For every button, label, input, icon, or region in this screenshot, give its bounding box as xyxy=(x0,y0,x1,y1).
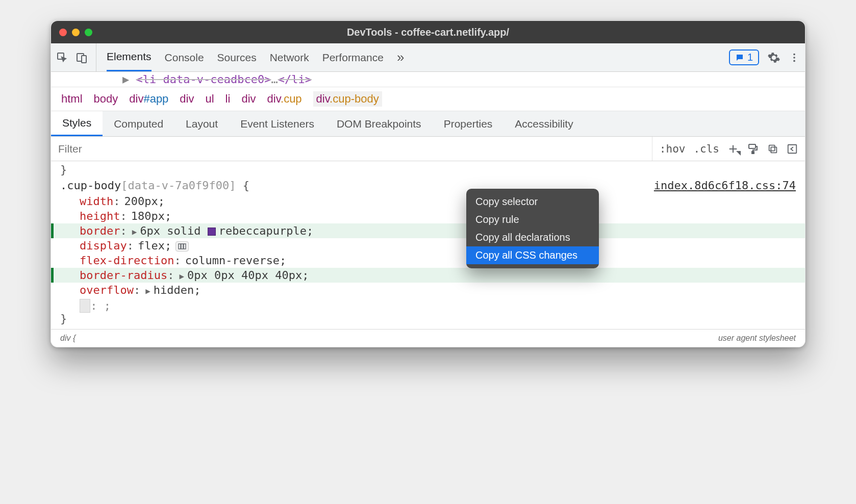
main-toolbar: Elements Console Sources Network Perform… xyxy=(51,43,805,72)
svg-rect-12 xyxy=(788,144,797,153)
subtab-styles[interactable]: Styles xyxy=(51,111,103,136)
context-menu: Copy selectorCopy ruleCopy all declarati… xyxy=(466,189,599,268)
panel-tabs: Elements Console Sources Network Perform… xyxy=(96,43,414,71)
crumb-html[interactable]: html xyxy=(61,92,83,106)
css-property[interactable]: border-radius xyxy=(80,269,167,282)
svg-point-4 xyxy=(793,57,795,59)
css-property[interactable]: flex-direction xyxy=(80,254,174,267)
breadcrumb-trail: html body div#app div ul li div div.cup … xyxy=(51,87,805,111)
subtab-dom-breakpoints[interactable]: DOM Breakpoints xyxy=(325,111,433,136)
subtab-accessibility[interactable]: Accessibility xyxy=(503,111,584,136)
css-value[interactable]: 180px; xyxy=(131,210,171,222)
empty-declaration[interactable]: : ; xyxy=(51,299,805,312)
device-toggle-icon[interactable] xyxy=(75,52,88,64)
svg-rect-8 xyxy=(749,144,756,148)
tab-elements[interactable]: Elements xyxy=(107,43,152,71)
ua-source: user agent stylesheet xyxy=(718,334,796,343)
svg-rect-13 xyxy=(179,244,181,249)
copy-icon[interactable] xyxy=(767,143,778,155)
filter-input[interactable] xyxy=(51,143,652,155)
rule-selector[interactable]: .cup-body[data-v-7a0f9f00] { xyxy=(60,179,249,192)
crumb-li[interactable]: li xyxy=(225,92,231,106)
prev-rule-close: } xyxy=(51,163,805,178)
svg-rect-10 xyxy=(771,147,776,153)
crumb-div[interactable]: div xyxy=(180,92,194,106)
color-swatch[interactable] xyxy=(208,228,216,236)
rule-header: .cup-body[data-v-7a0f9f00] { index.8d6c6… xyxy=(51,178,805,194)
declaration-row[interactable]: border:▶6px solid rebeccapurple; xyxy=(51,223,805,238)
computed-panel-icon[interactable] xyxy=(787,143,798,155)
flex-badge-icon[interactable] xyxy=(175,241,189,251)
context-menu-item[interactable]: Copy all declarations xyxy=(466,229,599,246)
declaration-list: width:200px;height:180px;border:▶6px sol… xyxy=(51,194,805,299)
subtab-layout[interactable]: Layout xyxy=(174,111,229,136)
crumb-div-app[interactable]: div#app xyxy=(129,92,168,106)
styles-pane: } .cup-body[data-v-7a0f9f00] { index.8d6… xyxy=(51,161,805,329)
declaration-row[interactable]: height:180px; xyxy=(51,209,805,223)
styles-subtabs: Styles Computed Layout Event Listeners D… xyxy=(51,111,805,137)
user-agent-rule: div { user agent stylesheet xyxy=(51,329,805,347)
paint-icon[interactable] xyxy=(747,143,759,155)
new-style-rule-icon[interactable] xyxy=(727,143,739,155)
svg-rect-15 xyxy=(184,244,186,249)
ua-selector: div { xyxy=(60,334,75,343)
svg-point-3 xyxy=(793,53,795,55)
dom-open-tag: <li data-v-ceadbce0> xyxy=(136,73,271,86)
css-property[interactable]: height xyxy=(80,210,120,222)
tabs-overflow[interactable]: » xyxy=(397,43,404,71)
svg-point-5 xyxy=(793,60,795,62)
hov-toggle[interactable]: :hov xyxy=(660,143,686,155)
css-property[interactable]: width xyxy=(80,195,113,208)
css-value[interactable]: ▶6px solid rebeccapurple; xyxy=(131,224,314,237)
gear-icon[interactable] xyxy=(767,51,781,64)
subtab-computed[interactable]: Computed xyxy=(103,111,174,136)
declaration-row[interactable]: border-radius:▶0px 0px 40px 40px; xyxy=(51,268,805,283)
tab-performance[interactable]: Performance xyxy=(322,43,384,71)
crumb-div-cup[interactable]: div.cup xyxy=(267,92,302,106)
context-menu-item[interactable]: Copy selector xyxy=(466,193,599,211)
context-menu-item[interactable]: Copy all CSS changes xyxy=(466,246,599,264)
css-property[interactable]: overflow xyxy=(80,284,134,296)
rule-source-link[interactable]: index.8d6c6f18.css:74 xyxy=(654,179,796,192)
crumb-div-cup-body[interactable]: div.cup-body xyxy=(313,91,382,107)
minimize-window-button[interactable] xyxy=(72,29,80,36)
subtab-properties[interactable]: Properties xyxy=(433,111,504,136)
css-value[interactable]: ▶0px 0px 40px 40px; xyxy=(178,269,309,282)
maximize-window-button[interactable] xyxy=(85,29,92,36)
issues-badge[interactable]: 1 xyxy=(729,49,759,65)
close-window-button[interactable] xyxy=(59,29,67,36)
tab-network[interactable]: Network xyxy=(270,43,309,71)
issues-count: 1 xyxy=(747,52,753,63)
traffic-lights xyxy=(59,29,92,36)
css-value[interactable]: flex; xyxy=(138,239,189,252)
css-property[interactable]: display xyxy=(80,239,127,252)
tab-sources[interactable]: Sources xyxy=(217,43,257,71)
css-value[interactable]: column-reverse; xyxy=(185,254,287,267)
dom-tree-line[interactable]: ▶ <li data-v-ceadbce0>…</li> xyxy=(51,72,805,87)
declaration-row[interactable]: overflow:▶hidden; xyxy=(51,283,805,297)
cls-toggle[interactable]: .cls xyxy=(693,143,719,155)
subtab-event-listeners[interactable]: Event Listeners xyxy=(229,111,325,136)
context-menu-item[interactable]: Copy rule xyxy=(466,211,599,229)
devtools-window: DevTools - coffee-cart.netlify.app/ Elem… xyxy=(51,20,805,347)
declaration-row[interactable]: width:200px; xyxy=(51,194,805,209)
dom-close-tag: </li> xyxy=(278,73,312,86)
tab-console[interactable]: Console xyxy=(165,43,204,71)
declaration-row[interactable]: flex-direction:column-reverse; xyxy=(51,253,805,268)
kebab-icon[interactable] xyxy=(789,52,800,63)
css-value[interactable]: 200px; xyxy=(124,195,164,208)
css-value[interactable]: ▶hidden; xyxy=(144,284,200,296)
crumb-ul[interactable]: ul xyxy=(205,92,214,106)
rule-close-brace: } xyxy=(51,312,805,329)
css-property[interactable]: border xyxy=(80,224,120,237)
titlebar: DevTools - coffee-cart.netlify.app/ xyxy=(51,21,805,43)
svg-rect-2 xyxy=(82,56,86,63)
declaration-row[interactable]: display:flex; xyxy=(51,238,805,253)
crumb-body[interactable]: body xyxy=(94,92,118,106)
crumb-div2[interactable]: div xyxy=(241,92,256,106)
window-title: DevTools - coffee-cart.netlify.app/ xyxy=(51,27,805,38)
inspect-icon[interactable] xyxy=(56,52,68,64)
styles-filter-bar: :hov .cls xyxy=(51,137,805,161)
svg-rect-14 xyxy=(181,244,183,249)
svg-rect-11 xyxy=(769,145,775,150)
